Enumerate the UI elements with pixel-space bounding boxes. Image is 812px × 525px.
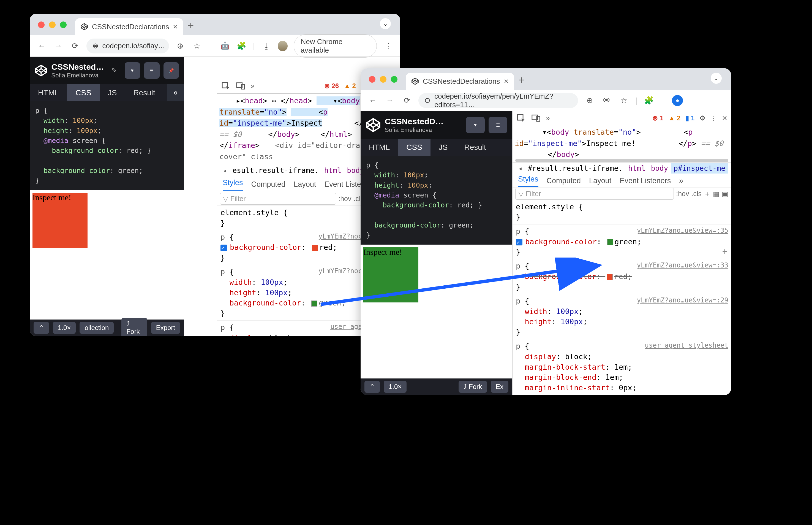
info-count[interactable]: ▮ 1	[685, 114, 694, 122]
tab-js[interactable]: JS	[431, 139, 456, 156]
elements-dom-tree[interactable]: ▾<body translate="no"> <p id="inspect-me…	[513, 125, 731, 159]
zoom-icon[interactable]: ⊕	[175, 41, 186, 51]
element-style-rule[interactable]: element.style {}	[217, 206, 385, 230]
tab-event-listeners[interactable]: Event Listeners	[620, 177, 671, 185]
edit-icon[interactable]: ✎	[111, 67, 117, 74]
tab-dropdown-button[interactable]: ⌄	[380, 18, 391, 29]
error-count[interactable]: ⊗ 1	[652, 114, 663, 122]
like-button[interactable]: ♥	[125, 62, 140, 79]
tab-result[interactable]: Result	[456, 139, 494, 156]
property-checkbox[interactable]	[220, 244, 227, 251]
device-icon[interactable]	[531, 114, 541, 123]
browser-tab[interactable]: CSSNestedDeclarations ×	[75, 18, 183, 35]
more-panels-icon[interactable]: »	[546, 114, 550, 122]
device-icon[interactable]	[236, 81, 245, 91]
inspect-box-red[interactable]: Inspect me!	[32, 193, 88, 248]
fork-button[interactable]: ⤴ Fork	[121, 318, 147, 336]
site-settings-icon[interactable]: ⊜	[424, 96, 431, 105]
elements-dom-tree[interactable]: ▸<head> ⋯ </head> ▾<body translate="no">…	[217, 94, 385, 164]
tab-html[interactable]: HTML	[361, 139, 398, 156]
bc-selected[interactable]: p#inspect-me	[671, 163, 728, 174]
extensions-icon[interactable]: 🧩	[236, 41, 247, 51]
new-rule-icon[interactable]: ＋	[704, 189, 711, 198]
new-tab-button[interactable]: +	[188, 19, 194, 31]
pin-button[interactable]: 📌	[163, 62, 179, 79]
incognito-icon[interactable]: 👁	[601, 95, 612, 106]
more-tabs-icon[interactable]: »	[679, 177, 683, 185]
console-toggle[interactable]: ⌃	[364, 381, 380, 393]
close-window-dot[interactable]	[38, 21, 45, 28]
filter-input[interactable]: ▽ Filter	[220, 193, 336, 205]
console-toggle[interactable]: ⌃	[34, 322, 49, 334]
collection-button[interactable]: ollection	[80, 322, 114, 334]
zoom-level[interactable]: 1.0×	[384, 381, 407, 393]
box-icon[interactable]: ▣	[722, 190, 728, 198]
export-button[interactable]: Export	[151, 322, 180, 334]
rule-green[interactable]: yLmYEmZ?ano…ue&view=:35 p { background-c…	[513, 224, 731, 259]
breadcrumb[interactable]: ◂ #result.result-iframe. html body p#ins…	[513, 163, 731, 174]
tab-styles[interactable]: Styles	[518, 175, 538, 187]
downloads-icon[interactable]: ⭳	[261, 41, 272, 51]
minimize-window-dot[interactable]	[49, 21, 56, 28]
settings-icon[interactable]: ⚙	[699, 114, 705, 122]
tab-css[interactable]: CSS	[67, 84, 100, 101]
source-link[interactable]: yLmYEmZ?ano…ue&view=:29	[637, 296, 728, 305]
add-property-icon[interactable]: +	[722, 246, 727, 257]
ai-icon[interactable]: 🤖	[220, 41, 230, 51]
reload-button[interactable]: ⟳	[69, 41, 80, 51]
property-checkbox[interactable]	[516, 239, 522, 245]
tab-dropdown-button[interactable]: ⌄	[711, 73, 722, 84]
tab-styles[interactable]: Styles	[223, 179, 243, 191]
menu-icon[interactable]: ⋮	[383, 41, 394, 51]
color-swatch-red[interactable]	[312, 245, 318, 251]
view-button[interactable]: ☰	[488, 117, 507, 133]
profile-avatar[interactable]	[278, 41, 288, 51]
like-button[interactable]: ♥	[466, 117, 485, 133]
tab-layout[interactable]: Layout	[294, 180, 316, 189]
zoom-icon[interactable]: ⊕	[584, 95, 595, 106]
minimize-window-dot[interactable]	[380, 76, 387, 82]
settings-gear-icon[interactable]: ⚙	[167, 84, 184, 101]
export-button[interactable]: Ex	[491, 381, 509, 393]
tab-computed[interactable]: Computed	[251, 180, 286, 189]
close-icon[interactable]: ×	[722, 113, 727, 123]
inspect-icon[interactable]	[221, 81, 230, 91]
close-tab-icon[interactable]: ×	[504, 77, 509, 86]
new-tab-button[interactable]: +	[519, 74, 525, 86]
menu-icon[interactable]: ⋮	[710, 114, 717, 122]
maximize-window-dot[interactable]	[391, 76, 397, 82]
element-style-rule[interactable]: element.style {}	[513, 200, 731, 224]
site-settings-icon[interactable]: ⊜	[93, 42, 98, 50]
forward-button[interactable]: →	[384, 95, 395, 106]
color-swatch-green[interactable]	[607, 239, 613, 245]
back-button[interactable]: ←	[367, 95, 378, 106]
extensions-icon[interactable]: 🧩	[643, 95, 654, 106]
bc-html[interactable]: html	[322, 166, 344, 175]
warning-count[interactable]: ▲ 2	[669, 114, 681, 122]
bookmark-icon[interactable]: ☆	[618, 95, 629, 106]
update-chip[interactable]: New Chrome available	[294, 34, 377, 58]
view-button[interactable]: ☰	[144, 62, 160, 79]
tab-computed[interactable]: Computed	[547, 177, 581, 185]
bc-body[interactable]: body	[648, 164, 671, 172]
filter-input[interactable]: ▽ Filter	[515, 188, 674, 200]
error-count[interactable]: ⊗ 26	[324, 82, 339, 90]
reload-button[interactable]: ⟳	[401, 95, 412, 106]
browser-tab[interactable]: CSSNestedDeclarations ×	[406, 73, 514, 90]
tab-layout[interactable]: Layout	[589, 177, 611, 185]
cls-button[interactable]: .cls	[691, 190, 702, 198]
maximize-window-dot[interactable]	[60, 21, 67, 28]
color-swatch-green[interactable]	[311, 301, 317, 306]
tab-result[interactable]: Result	[125, 84, 163, 101]
tab-css[interactable]: CSS	[398, 139, 431, 156]
warning-count[interactable]: ▲ 2	[344, 82, 356, 90]
bc-html[interactable]: html	[625, 164, 648, 172]
profile-avatar[interactable]: ●	[672, 95, 683, 106]
fork-button[interactable]: ⤴ Fork	[458, 381, 487, 393]
address-bar[interactable]: ⊜ codepen.io/sofiayem/pen/yLmYEmZ?editor…	[418, 93, 578, 108]
close-tab-icon[interactable]: ×	[173, 22, 178, 31]
hov-button[interactable]: :hov	[338, 195, 351, 203]
breadcrumb[interactable]: ◂ esult.result-iframe. html body p#insp	[217, 164, 385, 177]
zoom-level[interactable]: 1.0×	[53, 322, 76, 334]
close-window-dot[interactable]	[369, 76, 375, 82]
